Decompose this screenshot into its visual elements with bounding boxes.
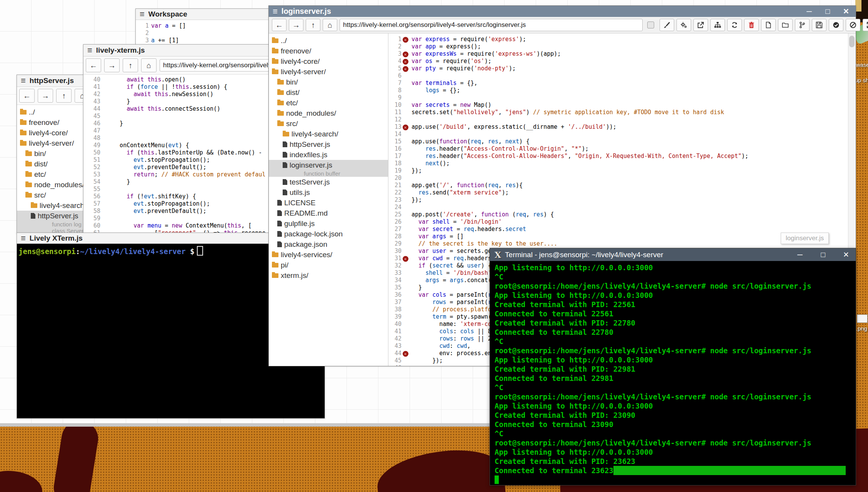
minimize-button[interactable]: ─: [805, 7, 813, 16]
code-line[interactable]: 8 logs = {};: [388, 87, 848, 94]
close-button[interactable]: ✕: [842, 7, 850, 16]
menu-icon[interactable]: ≡: [17, 76, 30, 86]
expand-icon[interactable]: [863, 19, 868, 31]
url-field[interactable]: https://lively-kernel.org/sensorpi/livel…: [160, 59, 269, 71]
code-line[interactable]: 40 await this.open(): [83, 76, 272, 83]
code-line[interactable]: 19});: [388, 167, 848, 175]
code-line[interactable]: 28 var args = []: [388, 233, 848, 240]
code-line[interactable]: 14: [388, 131, 848, 138]
tree-item-annotation[interactable]: function buffer: [269, 170, 388, 177]
code-line[interactable]: 46 }: [83, 120, 272, 127]
code-line[interactable]: 51 evt.stopPropagation();: [83, 156, 272, 164]
tree-item-lively4-search[interactable]: lively4-search/: [269, 129, 388, 139]
code-line[interactable]: 57 evt.stopPropagation();: [83, 200, 272, 208]
maximize-button[interactable]: □: [819, 251, 827, 259]
tree-item-bin[interactable]: bin/: [269, 77, 388, 87]
code-line[interactable]: 55: [83, 186, 272, 193]
code-line[interactable]: 13✕app.use('/build', express.static(__di…: [388, 123, 848, 131]
back-button[interactable]: ←: [272, 19, 287, 31]
code-line[interactable]: 52 evt.preventDefault();: [83, 164, 272, 171]
tree-item-testserver.js[interactable]: testServer.js: [269, 177, 388, 187]
code-line[interactable]: 22 res.send("xterm service");: [388, 189, 848, 196]
code-line[interactable]: 12: [388, 116, 848, 123]
code-line[interactable]: 50 if (this.lastPointerUp && (Date.now()…: [83, 149, 272, 156]
trash-icon[interactable]: [744, 19, 759, 31]
terminal-output[interactable]: App listening to http://0.0.0.0:3000^Cro…: [490, 261, 856, 485]
url-field[interactable]: https://lively-kernel.org/sensorpi/livel…: [340, 19, 643, 31]
menu-icon[interactable]: ≡: [136, 9, 148, 19]
desktop-icon-label[interactable]: .png: [856, 325, 867, 332]
code-line[interactable]: 4✕var os = require('os');: [388, 58, 848, 65]
code-line[interactable]: 59: [83, 215, 272, 222]
sitemap-icon[interactable]: [710, 19, 725, 31]
tree-item-package.json[interactable]: package.json: [269, 239, 388, 249]
code-line[interactable]: 54 }: [83, 178, 272, 186]
code-line[interactable]: 27 var secret = req.headers.secret: [388, 226, 848, 233]
up-button[interactable]: ↑: [306, 19, 320, 31]
tree-item-dist[interactable]: dist/: [269, 87, 388, 98]
up-button[interactable]: ↑: [123, 58, 138, 72]
tree-item-license[interactable]: LICENSE: [269, 198, 388, 208]
tree-item-lively4-server[interactable]: lively4-server/: [269, 66, 388, 77]
code-line[interactable]: 9: [388, 94, 848, 101]
code-line[interactable]: 2var app = express();: [388, 43, 848, 50]
forward-button[interactable]: →: [289, 19, 303, 31]
tree-item-..[interactable]: ../: [269, 35, 388, 46]
scrollbar-thumb[interactable]: [849, 36, 855, 47]
open-external-icon[interactable]: [693, 19, 708, 31]
tree-item-utils.js[interactable]: utils.js: [269, 187, 388, 198]
code-line[interactable]: 26 var shell = '/bin/login': [388, 218, 848, 226]
code-line[interactable]: 10var secrets = new Map(): [388, 101, 848, 109]
code-line[interactable]: 21app.get('/', function(req, res){: [388, 182, 848, 189]
menu-icon[interactable]: ≡: [83, 45, 96, 55]
code-line[interactable]: 60 var menu = new ContextMenu(this, [: [83, 222, 272, 229]
xtermjs-code-editor[interactable]: 40 await this.open()41 if (force || !thi…: [83, 75, 272, 244]
checkbox[interactable]: [647, 22, 654, 28]
gears-icon[interactable]: [676, 19, 691, 31]
code-line[interactable]: 24: [388, 204, 848, 211]
git-branch-icon[interactable]: [795, 19, 810, 31]
code-line[interactable]: 20: [388, 175, 848, 182]
code-line[interactable]: 3a += [1]: [136, 37, 271, 44]
code-line[interactable]: 5✕var pty = require('node-pty');: [388, 65, 848, 72]
up-button[interactable]: ↑: [56, 89, 72, 103]
workspace-code-editor[interactable]: 1var a = []23a += [1]: [136, 20, 271, 44]
minimize-button[interactable]: ─: [796, 251, 804, 259]
close-button[interactable]: ✕: [842, 250, 850, 259]
code-line[interactable]: 7var terminals = {},: [388, 80, 848, 87]
back-button[interactable]: ←: [86, 58, 101, 72]
brush-icon[interactable]: [660, 19, 674, 31]
code-line[interactable]: 25app.post('/create', function (req, res…: [388, 211, 848, 218]
workspace-titlebar[interactable]: ≡ Workspace: [136, 9, 271, 20]
home-button[interactable]: ⌂: [323, 19, 337, 31]
code-line[interactable]: 17 res.header("Access-Control-Allow-Head…: [388, 153, 848, 160]
code-line[interactable]: 43 }: [83, 98, 272, 105]
save-icon[interactable]: [812, 19, 826, 31]
tree-item-httpserver.js[interactable]: httpServer.js: [269, 139, 388, 150]
code-line[interactable]: 1✕var express = require('express');: [388, 36, 848, 43]
tree-item-src[interactable]: src/: [269, 118, 388, 129]
code-line[interactable]: 44 await this.connectSession(): [83, 105, 272, 113]
code-line[interactable]: 1var a = []: [136, 22, 271, 30]
code-line[interactable]: 11secrets.set("hellolively", "jens") // …: [388, 109, 848, 116]
tree-item-freenove[interactable]: freenove/: [269, 46, 388, 56]
desktop-icon-label[interactable]: wasea: [856, 62, 868, 68]
home-button[interactable]: ⌂: [141, 58, 157, 72]
new-file-icon[interactable]: [761, 19, 776, 31]
back-button[interactable]: ←: [19, 89, 35, 103]
code-line[interactable]: 2: [136, 30, 271, 37]
code-line[interactable]: 23});: [388, 196, 848, 204]
tree-item-package-lock.json[interactable]: package-lock.json: [269, 229, 388, 239]
code-line[interactable]: 42 await this.newSession(): [83, 91, 272, 98]
sync-icon[interactable]: [727, 19, 742, 31]
loginserver-titlebar[interactable]: ≡ loginserver.js ─ □ ✕: [269, 6, 856, 17]
maximize-button[interactable]: □: [823, 7, 832, 16]
menu-icon[interactable]: ≡: [17, 233, 30, 243]
code-line[interactable]: 18 next();: [388, 160, 848, 167]
tree-item-gulpfile.js[interactable]: gulpfile.js: [269, 218, 388, 229]
xtermjs-titlebar[interactable]: ≡ lively-xterm.js: [83, 45, 272, 57]
code-line[interactable]: 16 res.header("Access-Control-Allow-Orig…: [388, 145, 848, 153]
desktop-icon-label[interactable]: up shar: [855, 77, 868, 83]
tree-item-node_modules[interactable]: node_modules/: [269, 108, 388, 118]
cancel-icon[interactable]: [846, 19, 860, 31]
